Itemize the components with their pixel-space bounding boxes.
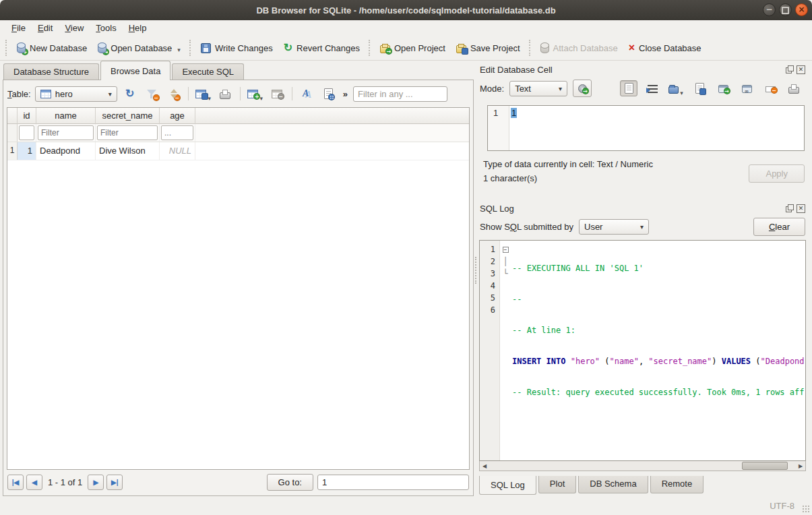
tab-execute-sql[interactable]: Execute SQL [172,63,244,80]
insert-record-button[interactable]: +▾ [247,86,264,102]
filter-input-secret-name[interactable] [97,125,158,140]
dock-title-text: SQL Log [480,204,782,214]
word-wrap-button[interactable] [644,80,661,96]
goto-input[interactable] [317,475,469,490]
scroll-left-icon[interactable]: ◀ [480,463,489,469]
editor-selected-text[interactable]: 1 [511,108,517,118]
refresh-button[interactable]: ↻ [121,86,139,102]
goto-button[interactable]: Go to: [267,474,313,491]
open-database-button[interactable]: → Open Database ▾ [93,40,185,56]
minimize-button[interactable]: − [763,3,776,16]
titlebar: DB Browser for SQLite - /home/user/code/… [0,0,812,20]
scroll-right-icon[interactable]: ▶ [796,463,805,469]
column-header-id[interactable]: id [18,108,36,124]
save-table-icon [195,90,206,98]
project-save-icon [456,45,466,53]
toolbar-separator [292,87,292,100]
encoding-indicator[interactable]: UTF-8 [770,501,794,511]
set-null-button[interactable]: − [761,80,779,96]
menu-file[interactable]: File [5,22,32,34]
cell-name[interactable]: Deadpond [36,142,96,160]
menu-tools[interactable]: Tools [90,22,122,34]
filter-input-id[interactable] [19,125,34,140]
print-cell-button[interactable] [785,80,803,96]
toolbar-overflow-icon[interactable]: » [343,89,348,99]
resize-grip[interactable] [802,505,810,513]
close-panel-icon[interactable]: ✕ [797,204,805,213]
dock-tab-sql-log[interactable]: SQL Log [479,476,536,495]
column-header-secret-name[interactable]: secret_name [96,108,160,124]
column-header-age[interactable]: age [160,108,195,124]
float-panel-icon[interactable] [785,65,794,74]
copy-link-button[interactable]: ∞ [738,80,755,96]
cell-id[interactable]: 1 [18,142,36,160]
row-number[interactable]: 1 [7,142,18,160]
grid-filter-row [7,124,469,142]
sql-log-view[interactable]: 123 456 − │ └ -- EXECUTING ALL IN 'SQL 1… [479,240,806,461]
database-close-icon: × [629,42,635,53]
grid-corner[interactable] [7,108,18,124]
close-database-button[interactable]: × Close Database [624,40,706,56]
clear-sorting-button[interactable]: − [164,86,182,102]
find-in-table-button[interactable]: ∷ [320,86,338,102]
window-controls: − × [763,3,808,16]
font-settings-button[interactable]: A [299,86,316,102]
menu-view[interactable]: View [59,22,90,34]
open-project-button[interactable]: → Open Project [375,40,450,56]
toolbar-handle [529,40,532,56]
menu-edit[interactable]: Edit [32,22,59,34]
edit-cell-dock-title: Edit Database Cell ✕ [479,62,806,77]
revert-changes-button[interactable]: ↻ Revert Changes [279,40,365,56]
import-data-button[interactable]: ▾ [667,80,685,96]
dock-tab-db-schema[interactable]: DB Schema [578,476,648,493]
cell-secret-name[interactable]: Dive Wilson [96,142,160,160]
export-data-button[interactable] [691,80,708,96]
log-line: INSERT INTO "hero" ("name", "secret_name… [512,355,805,367]
scrollbar-thumb[interactable] [742,462,788,470]
log-fold-margin[interactable]: − │ └ [500,241,511,460]
column-header-name[interactable]: name [36,108,96,124]
edit-cell-toolbar: Mode: Text ▾ → ▾ → ∞ − [479,77,806,100]
float-panel-icon[interactable] [785,204,794,213]
close-panel-icon[interactable]: ✕ [797,65,805,74]
open-external-button[interactable]: → [714,80,732,96]
cell-age[interactable]: NULL [160,142,195,160]
close-button[interactable]: × [795,3,808,16]
editor-line-number: 1 [488,106,509,150]
maximize-button[interactable] [779,3,792,16]
previous-record-button[interactable]: ◀ [26,475,42,490]
filter-input-name[interactable] [38,125,94,140]
save-project-button[interactable]: Save Project [451,40,525,56]
write-changes-button[interactable]: Write Changes [196,40,278,56]
dock-tab-plot[interactable]: Plot [538,476,576,493]
open-database-dropdown-icon[interactable]: ▾ [177,47,181,53]
log-horizontal-scrollbar[interactable]: ◀ ▶ [479,461,806,471]
new-database-button[interactable]: + New Database [12,40,92,56]
table-select[interactable]: hero ▾ [35,86,117,102]
toolbar-separator [188,87,189,100]
sql-source-select[interactable]: User ▾ [579,219,649,235]
next-record-button[interactable]: ▶ [88,475,104,490]
menubar: File Edit View Tools Help [0,20,812,36]
first-record-button[interactable]: |◀ [7,475,24,490]
tab-database-structure[interactable]: Database Structure [3,63,99,80]
dock-tab-remote[interactable]: Remote [650,476,704,493]
write-changes-icon [201,43,211,53]
tab-browse-data[interactable]: Browse Data [100,61,170,80]
text-mode-button[interactable] [620,80,637,96]
print-table-button[interactable] [216,86,234,102]
clear-filters-button[interactable]: − [143,86,160,102]
log-line: -- [512,293,805,305]
sql-log-dock-title: SQL Log ✕ [479,201,806,216]
clear-log-button[interactable]: Clear [753,218,805,236]
menu-help[interactable]: Help [123,22,153,34]
vertical-splitter[interactable] [474,61,478,496]
cell-editor[interactable]: 1 1 [487,105,805,151]
auto-switch-mode-button[interactable]: → [573,80,592,97]
save-table-button[interactable]: ▾ [195,86,212,102]
last-record-button[interactable]: ▶| [106,475,123,490]
filter-input-age[interactable] [161,125,193,140]
mode-select[interactable]: Text ▾ [509,81,567,96]
filter-any-input[interactable] [353,86,447,102]
project-open-icon: → [380,45,390,53]
